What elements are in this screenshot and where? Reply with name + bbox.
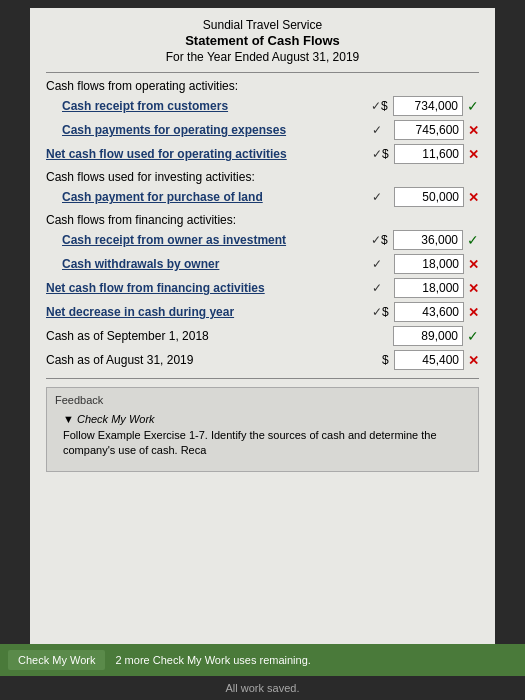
net-decrease-dollar: $ xyxy=(382,305,392,319)
net-operating-check: ✓ xyxy=(372,147,382,161)
cash-withdrawals-check: ✓ xyxy=(372,257,382,271)
net-operating-dollar: $ xyxy=(382,147,392,161)
cash-payments-operating-status: ✕ xyxy=(468,123,479,138)
cash-aug-status: ✕ xyxy=(468,353,479,368)
financing-section-header: Cash flows from financing activities: xyxy=(46,213,479,227)
cash-receipt-owner-input[interactable]: 36,000 xyxy=(393,230,463,250)
net-operating-input[interactable]: 11,600 xyxy=(394,144,464,164)
operating-section-header: Cash flows from operating activities: xyxy=(46,79,479,93)
purchase-land-input[interactable]: 50,000 xyxy=(394,187,464,207)
purchase-land-status: ✕ xyxy=(468,190,479,205)
remaining-text: 2 more Check My Work uses remaining. xyxy=(115,654,310,666)
purchase-land-row: Cash payment for purchase of land ✓ 50,0… xyxy=(46,187,479,207)
net-decrease-check: ✓ xyxy=(372,305,382,319)
net-decrease-input[interactable]: 43,600 xyxy=(394,302,464,322)
cash-sep-row: Cash as of September 1, 2018 89,000 ✓ xyxy=(46,326,479,346)
cash-sep-label: Cash as of September 1, 2018 xyxy=(46,329,381,343)
bottom-bar: Check My Work 2 more Check My Work uses … xyxy=(0,644,525,676)
net-financing-status: ✕ xyxy=(468,281,479,296)
net-financing-label: Net cash flow from financing activities xyxy=(46,281,368,295)
cash-aug-input[interactable]: 45,400 xyxy=(394,350,464,370)
check-my-work-header: ▼ Check My Work xyxy=(63,413,462,425)
cash-sep-input[interactable]: 89,000 xyxy=(393,326,463,346)
net-financing-check: ✓ xyxy=(372,281,382,295)
cash-receipt-dollar: $ xyxy=(381,99,391,113)
net-financing-input[interactable]: 18,000 xyxy=(394,278,464,298)
cash-receipt-customers-row: Cash receipt from customers ✓ $ 734,000 … xyxy=(46,96,479,116)
cash-receipt-customers-status: ✓ xyxy=(467,98,479,114)
all-work-saved: All work saved. xyxy=(0,676,525,700)
purchase-land-label: Cash payment for purchase of land xyxy=(62,190,368,204)
follow-text: Follow Example Exercise 1-7. Identify th… xyxy=(63,428,462,459)
cash-payments-operating-row: Cash payments for operating expenses ✓ 7… xyxy=(46,120,479,140)
net-operating-row: Net cash flow used for operating activit… xyxy=(46,144,479,164)
cash-withdrawals-label: Cash withdrawals by owner xyxy=(62,257,368,271)
cash-withdrawals-row: Cash withdrawals by owner ✓ 18,000 ✕ xyxy=(46,254,479,274)
net-decrease-label: Net decrease in cash during year xyxy=(46,305,368,319)
cash-payments-operating-input[interactable]: 745,600 xyxy=(394,120,464,140)
net-financing-row: Net cash flow from financing activities … xyxy=(46,278,479,298)
cash-aug-label: Cash as of August 31, 2019 xyxy=(46,353,382,367)
check-my-work-section: ▼ Check My Work Follow Example Exercise … xyxy=(55,409,470,465)
cash-receipt-owner-dollar: $ xyxy=(381,233,391,247)
cash-receipt-owner-row: Cash receipt from owner as investment ✓ … xyxy=(46,230,479,250)
company-name: Sundial Travel Service xyxy=(46,18,479,32)
cash-sep-status: ✓ xyxy=(467,328,479,344)
investing-section-header: Cash flows used for investing activities… xyxy=(46,170,479,184)
net-decrease-status: ✕ xyxy=(468,305,479,320)
cash-payments-check: ✓ xyxy=(372,123,382,137)
cash-receipt-customers-input[interactable]: 734,000 xyxy=(393,96,463,116)
check-my-work-button[interactable]: Check My Work xyxy=(8,650,105,670)
cash-withdrawals-input[interactable]: 18,000 xyxy=(394,254,464,274)
cash-aug-dollar: $ xyxy=(382,353,392,367)
page-title: Statement of Cash Flows xyxy=(46,33,479,48)
page-subtitle: For the Year Ended August 31, 2019 xyxy=(46,50,479,64)
net-decrease-row: Net decrease in cash during year ✓ $ 43,… xyxy=(46,302,479,322)
purchase-land-check: ✓ xyxy=(372,190,382,204)
feedback-title: Feedback xyxy=(55,394,470,406)
cash-receipt-owner-status: ✓ xyxy=(467,232,479,248)
cash-withdrawals-status: ✕ xyxy=(468,257,479,272)
cash-receipt-customers-check: ✓ xyxy=(371,99,381,113)
cash-payments-operating-label: Cash payments for operating expenses xyxy=(62,123,368,137)
feedback-section: Feedback ▼ Check My Work Follow Example … xyxy=(46,387,479,472)
cash-receipt-owner-check: ✓ xyxy=(371,233,381,247)
net-operating-status: ✕ xyxy=(468,147,479,162)
cash-receipt-customers-label: Cash receipt from customers xyxy=(62,99,367,113)
cash-receipt-owner-label: Cash receipt from owner as investment xyxy=(62,233,367,247)
net-operating-label: Net cash flow used for operating activit… xyxy=(46,147,368,161)
cash-aug-row: Cash as of August 31, 2019 $ 45,400 ✕ xyxy=(46,350,479,370)
